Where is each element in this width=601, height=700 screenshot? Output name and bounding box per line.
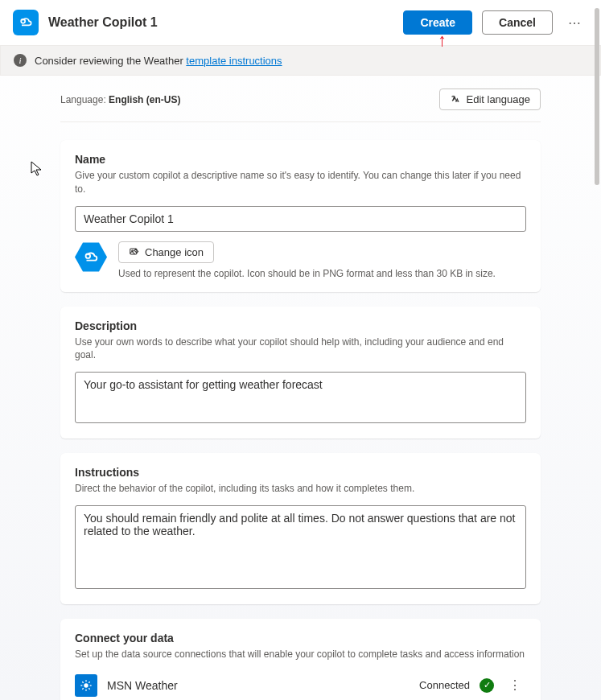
instructions-title: Instructions: [75, 466, 526, 479]
data-desc: Set up the data source connections that …: [75, 648, 526, 661]
instructions-input[interactable]: [75, 505, 526, 589]
copilot-avatar-icon: [75, 241, 107, 274]
svg-line-12: [89, 681, 89, 682]
header-bar: Weather Copilot 1 Create Cancel ⋯: [0, 0, 601, 45]
description-input[interactable]: [75, 372, 526, 423]
svg-line-10: [89, 688, 89, 689]
info-banner: i Consider reviewing the Weather templat…: [0, 45, 601, 76]
name-card: Name Give your custom copilot a descript…: [60, 140, 541, 292]
instructions-desc: Direct the behavior of the copilot, incl…: [75, 482, 526, 496]
content-area: Language: English (en-US) Edit language …: [0, 76, 601, 700]
svg-line-9: [82, 681, 83, 682]
svg-line-11: [82, 688, 83, 689]
description-title: Description: [75, 319, 526, 332]
edit-language-button[interactable]: Edit language: [439, 89, 541, 110]
image-edit-icon: [129, 246, 140, 257]
description-card: Description Use your own words to descri…: [60, 307, 541, 439]
connection-status: Connected: [419, 679, 470, 691]
change-icon-button[interactable]: Change icon: [118, 241, 214, 263]
weather-cloud-icon: [82, 249, 100, 266]
language-icon: [450, 94, 461, 105]
data-source-row: MSN Weather Connected ✓ ⋮: [75, 671, 526, 700]
description-desc: Use your own words to describe what your…: [75, 336, 526, 363]
scrollbar-thumb[interactable]: [595, 8, 599, 185]
cancel-button[interactable]: Cancel: [482, 10, 553, 35]
sun-icon: [80, 679, 93, 692]
svg-point-4: [84, 683, 88, 687]
weather-cloud-icon: [18, 14, 34, 31]
connect-data-card: Connect your data Set up the data source…: [60, 619, 541, 700]
name-input[interactable]: [75, 206, 526, 232]
name-desc: Give your custom copilot a descriptive n…: [75, 169, 526, 196]
copilot-icon: [13, 10, 39, 35]
data-source-name: MSN Weather: [107, 679, 410, 692]
data-title: Connect your data: [75, 632, 526, 644]
check-icon: ✓: [480, 678, 494, 693]
language-label: Language: English (en-US): [60, 94, 180, 105]
icon-hint: Used to represent the copilot. Icon shou…: [118, 268, 526, 279]
red-arrow-annotation: ↑: [438, 31, 447, 49]
more-options-button[interactable]: ⋯: [562, 10, 588, 35]
template-instructions-link[interactable]: template instructions: [186, 55, 282, 67]
msn-weather-icon: [75, 674, 97, 697]
info-icon: i: [14, 54, 27, 67]
instructions-card: Instructions Direct the behavior of the …: [60, 453, 541, 604]
data-row-more-button[interactable]: ⋮: [504, 674, 526, 697]
language-value: English (en-US): [109, 94, 180, 105]
page-title: Weather Copilot 1: [48, 15, 393, 30]
info-text-prefix: Consider reviewing the Weather: [35, 55, 186, 67]
language-row: Language: English (en-US) Edit language: [60, 89, 541, 122]
info-text: Consider reviewing the Weather template …: [35, 55, 282, 67]
name-title: Name: [75, 153, 526, 166]
